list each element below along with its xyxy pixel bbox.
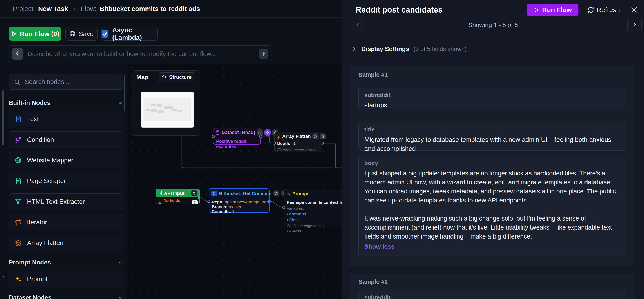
palette-item-array-flatten[interactable]: Array Flatten <box>9 235 123 251</box>
palette-item-condition[interactable]: Condition <box>9 131 123 148</box>
ai-prompt-box <box>8 45 272 63</box>
play-icon <box>533 7 539 13</box>
file-button[interactable] <box>192 200 198 204</box>
output-handle[interactable] <box>321 142 324 145</box>
node-subtitle: Positive reddit examples <box>214 137 260 151</box>
output-handle[interactable] <box>198 196 200 199</box>
section-label: Built-in Nodes <box>9 99 50 106</box>
results-panel: Reddit post candidates Run Flow Refresh … <box>342 0 644 299</box>
display-settings-toggle[interactable]: Display Settings (3 of 5 fields shown) <box>342 41 644 57</box>
palette-item-page-scraper[interactable]: Page Scraper <box>9 173 123 189</box>
palette-item-iterator[interactable]: Iterator <box>9 214 123 230</box>
section-label: Prompt Nodes <box>9 259 51 266</box>
palette-item-html-text-extractor[interactable]: HTML Text Extractor <box>9 193 123 210</box>
input-handle[interactable] <box>282 206 285 209</box>
delete-button[interactable] <box>191 190 197 196</box>
file-text-icon <box>15 115 22 122</box>
section-dataset-nodes[interactable]: Dataset Nodes <box>9 293 123 299</box>
field-value: Migrated from legacy to database templat… <box>364 135 620 153</box>
settings-button[interactable] <box>264 130 270 136</box>
panel-run-flow-button[interactable]: Run Flow <box>527 4 578 16</box>
collapse-chevron-icon[interactable] <box>1 275 6 280</box>
node-array-flatten[interactable]: Array Flatten Depth: 1 Flattens nested a… <box>274 132 322 152</box>
run-flow-button[interactable]: Run Flow (0) <box>9 27 61 41</box>
input-handle[interactable] <box>207 200 210 203</box>
ai-prompt-input[interactable] <box>27 50 254 58</box>
field-title[interactable]: title Migrated from legacy to database t… <box>358 122 626 151</box>
sample-card-1: Sample #1 subreddit startups title Migra… <box>349 66 635 266</box>
flow-label: Flow: <box>81 5 97 13</box>
search-icon <box>14 79 20 85</box>
chevron-down-icon <box>117 295 123 299</box>
node-bitbucket-get-commits[interactable]: Bitbucket: Get Commits Repo: nps-survey/… <box>209 188 270 213</box>
field-subreddit[interactable]: subreddit <box>358 290 626 299</box>
node-search-input[interactable] <box>24 78 118 86</box>
structure-button[interactable]: Structure <box>158 72 195 82</box>
repo-label: Repo: <box>212 200 224 204</box>
node-api-input[interactable]: API Input No fields configured <box>156 189 200 204</box>
warning-icon <box>158 201 162 204</box>
project-label: Project: <box>13 5 35 13</box>
palette-item-text[interactable]: Text <box>9 111 123 127</box>
branch-value: master <box>229 204 242 209</box>
async-toggle[interactable]: Async (Lambda) <box>102 27 158 41</box>
prompt-hint: Configure edge to map variables <box>284 222 342 233</box>
funnel-icon <box>15 198 22 205</box>
section-prompt-nodes[interactable]: Prompt Nodes <box>9 258 123 267</box>
submit-arrow-icon[interactable] <box>258 49 268 59</box>
prompt-description: Reshape commits context for LLM (solo fo… <box>284 198 342 205</box>
login-icon <box>158 191 162 195</box>
next-page-button[interactable] <box>627 17 642 32</box>
sample-label: Sample #1 <box>349 66 635 78</box>
field-name: subreddit <box>364 92 620 99</box>
output-handle[interactable] <box>259 135 262 138</box>
input-handle[interactable] <box>212 135 215 138</box>
node-prompt[interactable]: Prompt Reshape commits context for LLM (… <box>284 189 342 225</box>
input-handle[interactable] <box>273 142 276 145</box>
power-button[interactable] <box>274 190 280 196</box>
palette-item-label: Text <box>27 115 39 123</box>
delete-button[interactable] <box>320 133 326 139</box>
structure-label: Structure <box>169 74 192 80</box>
node-warning: No fields configured <box>164 198 190 204</box>
node-title: Dataset (Read) <box>222 130 255 135</box>
flow-canvas[interactable]: Map Structure <box>128 64 342 299</box>
branch-icon <box>15 136 22 143</box>
palette-item-prompt[interactable]: Prompt <box>9 271 123 287</box>
field-body[interactable]: body I just shipped a big update: templa… <box>358 156 626 257</box>
flow-name[interactable]: Bitbucket commits to reddit ads <box>100 5 200 13</box>
save-button[interactable]: Save <box>66 27 98 41</box>
project-name[interactable]: New Task <box>38 5 68 13</box>
branch-label: Branch: <box>212 204 228 209</box>
field-subreddit[interactable]: subreddit startups <box>358 88 626 110</box>
close-icon[interactable] <box>630 6 638 14</box>
minimap[interactable] <box>141 92 194 127</box>
depth-label: Depth: <box>277 141 290 146</box>
show-less-link[interactable]: Show less <box>364 243 394 250</box>
variable-item: • files <box>284 216 342 222</box>
section-built-in-nodes[interactable]: Built-in Nodes <box>9 99 123 107</box>
rail-scrollbar[interactable] <box>2 90 4 145</box>
palette-item-website-mapper[interactable]: Website Mapper <box>9 152 123 168</box>
palette-item-label: Page Scraper <box>27 177 66 185</box>
node-dataset-read[interactable]: Dataset (Read) Positive reddit examples <box>213 128 261 145</box>
breadcrumb: Project: New Task › Flow: Bitbucket comm… <box>0 0 342 18</box>
field-name: subreddit <box>364 294 620 299</box>
sample-label: Sample #2 <box>349 273 635 285</box>
map-title: Map <box>136 74 148 81</box>
output-handle[interactable] <box>268 200 271 203</box>
checkbox-checked-icon[interactable] <box>102 30 108 38</box>
async-label: Async (Lambda) <box>112 26 158 41</box>
variables-label: Variables: <box>284 205 342 211</box>
sample-card-2: Sample #2 subreddit <box>349 273 635 299</box>
layers-icon <box>15 239 22 246</box>
power-button[interactable] <box>312 133 318 139</box>
commits-label: Commits: <box>212 209 231 214</box>
pagination-status: Showing 1 - 5 of 5 <box>342 22 644 29</box>
refresh-button[interactable]: Refresh <box>588 6 620 14</box>
palette-scrollbar[interactable] <box>124 75 126 111</box>
commits-value: 2 <box>232 209 234 214</box>
sparkles-icon <box>15 275 22 282</box>
file-text-icon <box>15 177 22 184</box>
power-button[interactable] <box>257 130 263 136</box>
